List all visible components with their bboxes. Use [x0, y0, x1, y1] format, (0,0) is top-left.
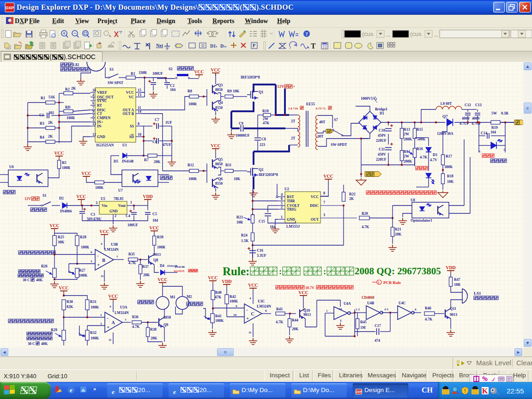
- svg-text:5W: 5W: [491, 111, 497, 115]
- svg-text:51K: 51K: [48, 95, 55, 99]
- svg-text:400V: 400V: [472, 116, 480, 121]
- svg-text:14: 14: [138, 109, 141, 114]
- svg-text:12: 12: [92, 133, 96, 137]
- svg-text:GND: GND: [97, 135, 105, 139]
- svg-text:C17: C17: [375, 324, 381, 328]
- svg-text:VCC: VCC: [59, 285, 69, 290]
- svg-text:P: P: [253, 43, 255, 48]
- svg-text:C10: C10: [379, 128, 385, 133]
- svg-text:1.5K: 1.5K: [241, 239, 249, 243]
- svg-text:R35: R35: [128, 252, 135, 256]
- svg-text:2: 2: [100, 313, 102, 317]
- svg-text:11: 11: [101, 274, 104, 278]
- svg-text:L82: L82: [73, 63, 79, 67]
- svg-text:400V: 400V: [462, 116, 470, 121]
- svg-text:4.7K: 4.7K: [425, 317, 433, 321]
- svg-text:R25: R25: [58, 235, 64, 239]
- svg-text:1M: 1M: [360, 326, 366, 330]
- svg-text:U4C: U4C: [399, 301, 406, 305]
- svg-text:C16: C16: [257, 248, 263, 253]
- svg-text::: :: [323, 267, 326, 276]
- svg-text:6: 6: [415, 308, 417, 311]
- svg-text:SW-SPDT: SW-SPDT: [331, 143, 347, 147]
- svg-text:100K: 100K: [215, 319, 224, 323]
- svg-text:LM555J: LM555J: [286, 224, 300, 229]
- svg-text:M1: M1: [170, 295, 175, 299]
- svg-text:4.7K: 4.7K: [132, 325, 140, 329]
- svg-text:100R: 100R: [66, 116, 75, 120]
- svg-text:40K: 40K: [36, 278, 43, 282]
- svg-text:B: B: [102, 258, 105, 263]
- svg-text:R28: R28: [80, 235, 86, 239]
- svg-text:C: C: [251, 311, 254, 316]
- svg-text:C3: C3: [91, 212, 95, 217]
- svg-text:Vin: Vin: [102, 204, 108, 208]
- svg-text:R16: R16: [417, 147, 423, 151]
- svg-text:VCC: VCC: [54, 151, 64, 156]
- svg-text:1: 1: [125, 318, 127, 321]
- svg-text:R32: R32: [90, 331, 97, 335]
- svg-text:3: 3: [92, 97, 94, 101]
- svg-text:VCC: VCC: [208, 275, 218, 280]
- svg-text:VCC: VCC: [81, 171, 91, 176]
- svg-text:47K: 47K: [215, 295, 222, 299]
- svg-text:VCC: VCC: [194, 69, 204, 74]
- svg-text:+: +: [293, 84, 295, 89]
- svg-text:S7: S7: [334, 118, 338, 122]
- svg-text:OUT B: OUT B: [122, 112, 134, 116]
- svg-text:C4: C4: [126, 214, 130, 218]
- svg-text:VCC: VCC: [298, 290, 308, 295]
- svg-text:100K: 100K: [91, 336, 99, 340]
- svg-text:LM324N: LM324N: [257, 304, 271, 308]
- svg-text:220UF: 220UF: [376, 157, 387, 162]
- svg-text:VDD: VDD: [222, 279, 232, 284]
- svg-text:10: 10: [138, 133, 141, 137]
- svg-text:R15: R15: [417, 127, 423, 132]
- svg-text:GND: GND: [109, 209, 118, 213]
- svg-text:9013: 9013: [450, 313, 457, 317]
- svg-text:14: 14: [339, 307, 342, 311]
- svg-text:?: ?: [305, 31, 308, 36]
- svg-text:1: 1: [130, 200, 132, 205]
- svg-text:2W: 2W: [404, 154, 409, 158]
- svg-text:474: 474: [375, 339, 380, 343]
- svg-text:GND: GND: [287, 218, 295, 222]
- svg-text:Bridge1: Bridge1: [375, 107, 387, 111]
- svg-text:TRIG: TRIG: [287, 207, 296, 212]
- svg-text:R20: R20: [362, 212, 368, 216]
- svg-text:S2: S2: [169, 67, 172, 71]
- svg-text:D3: D3: [433, 153, 437, 157]
- svg-text:1: 1: [281, 215, 283, 219]
- svg-text:300K: 300K: [444, 165, 453, 169]
- svg-text:+: +: [107, 324, 109, 330]
- svg-text:SG3525AN: SG3525AN: [96, 143, 114, 147]
- svg-text:4: 4: [101, 242, 103, 246]
- svg-text:DISC: DISC: [310, 204, 319, 208]
- svg-text:Q2: Q2: [259, 168, 263, 172]
- svg-text:IN4004: IN4004: [60, 209, 72, 213]
- svg-text:IN4148: IN4148: [122, 159, 133, 163]
- svg-text:C8: C8: [261, 137, 266, 141]
- svg-text:2: 2: [115, 214, 116, 218]
- svg-text:1.0 *10: 1.0 *10: [288, 107, 298, 110]
- svg-text:1200V30A: 1200V30A: [437, 132, 453, 136]
- svg-text:11: 11: [248, 331, 252, 334]
- svg-text:e: e: [112, 389, 115, 395]
- svg-text:R42: R42: [230, 295, 236, 299]
- svg-text:2 3: 2 3: [356, 308, 360, 311]
- svg-text:Q6: Q6: [218, 177, 223, 181]
- svg-text:100R: 100R: [188, 102, 197, 106]
- svg-text:6: 6: [91, 250, 92, 254]
- svg-text:78L05: 78L05: [114, 197, 123, 201]
- svg-text:U4A: U4A: [344, 302, 351, 306]
- svg-text:2K: 2K: [349, 197, 354, 201]
- svg-text:R38: R38: [150, 327, 157, 332]
- svg-text:2: 2: [281, 205, 283, 209]
- svg-text:82K: 82K: [66, 305, 73, 309]
- svg-text:R14: R14: [404, 150, 410, 154]
- svg-text:8: 8: [323, 191, 325, 195]
- svg-text:PCB Rule: PCB Rule: [383, 280, 401, 285]
- svg-text:T: T: [311, 42, 316, 50]
- svg-text:U4B: U4B: [367, 301, 375, 305]
- svg-text:VCC: VCC: [108, 294, 118, 299]
